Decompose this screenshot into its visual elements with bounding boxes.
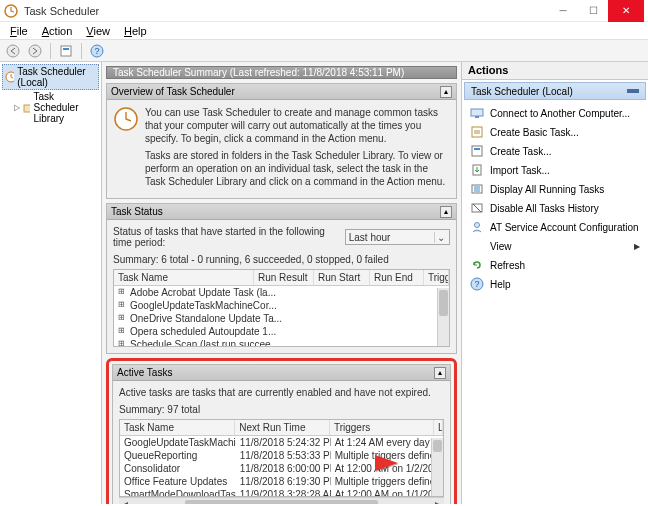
import-icon <box>470 163 484 177</box>
table-row[interactable]: QueueReporting11/8/2018 5:53:33 PMMultip… <box>120 449 443 462</box>
vertical-scrollbar[interactable] <box>431 438 443 496</box>
th-result[interactable]: Run Result <box>254 270 314 285</box>
overview-title: Overview of Task Scheduler <box>111 86 235 97</box>
table-row[interactable]: SmartModeDownloadTask11/9/2018 3:28:28 A… <box>120 488 443 496</box>
action-display-running[interactable]: Display All Running Tasks <box>466 180 644 198</box>
status-summary: Summary: 6 total - 0 running, 6 succeede… <box>113 254 450 265</box>
action-create-task[interactable]: Create Task... <box>466 142 644 160</box>
menu-file[interactable]: File <box>4 23 34 39</box>
expand-icon[interactable]: ▷ <box>14 103 20 112</box>
table-row[interactable]: ⊞GoogleUpdateTaskMachineCor... <box>114 299 449 312</box>
table-row[interactable]: ⊞Adobe Acrobat Update Task (la... <box>114 286 449 299</box>
actions-subheader[interactable]: Task Scheduler (Local) <box>464 82 646 100</box>
action-disable-history[interactable]: Disable All Tasks History <box>466 199 644 217</box>
chevron-right-icon: ▶ <box>634 242 640 251</box>
svg-rect-11 <box>475 116 479 118</box>
maximize-button[interactable]: ☐ <box>578 0 608 22</box>
th-name[interactable]: Task Name <box>114 270 254 285</box>
svg-rect-13 <box>472 146 482 156</box>
list-icon <box>470 182 484 196</box>
svg-rect-8 <box>24 105 30 112</box>
menu-help[interactable]: Help <box>118 23 153 39</box>
action-view[interactable]: View▶ <box>466 237 644 255</box>
th-name[interactable]: Task Name <box>120 420 235 435</box>
toolbar: ? <box>0 40 648 62</box>
center-pane: Task Scheduler Summary (Last refreshed: … <box>102 62 462 504</box>
summary-header: Task Scheduler Summary (Last refreshed: … <box>106 66 457 79</box>
svg-rect-14 <box>474 148 480 150</box>
table-row[interactable]: Consolidator11/8/2018 6:00:00 PMAt 12:00… <box>120 462 443 475</box>
menu-action[interactable]: Action <box>36 23 79 39</box>
actions-header: Actions <box>462 62 648 80</box>
collapse-icon[interactable]: ▴ <box>440 86 452 98</box>
status-period-label: Status of tasks that have started in the… <box>113 226 345 248</box>
tree-root-label: Task Scheduler (Local) <box>17 66 96 88</box>
app-icon <box>4 4 18 18</box>
overview-p2: Tasks are stored in folders in the Task … <box>145 149 450 188</box>
clock-icon <box>113 106 139 132</box>
window-title: Task Scheduler <box>24 5 548 17</box>
svg-rect-3 <box>61 46 71 56</box>
nav-back-button[interactable] <box>4 42 22 60</box>
computer-icon <box>470 106 484 120</box>
horizontal-scrollbar[interactable]: ◂▸ <box>119 497 444 504</box>
active-header[interactable]: Active Tasks ▴ <box>113 365 450 381</box>
th-trigger[interactable]: Triggered By <box>424 270 449 285</box>
active-table: Task Name Next Run Time Triggers Locatio… <box>119 419 444 497</box>
tree-pane: Task Scheduler (Local) ▷ Task Scheduler … <box>0 62 102 504</box>
active-summary: Summary: 97 total <box>119 404 444 415</box>
menubar: File Action View Help <box>0 22 648 40</box>
toolbar-help-icon[interactable]: ? <box>88 42 106 60</box>
view-icon <box>470 239 484 253</box>
period-value: Last hour <box>349 232 391 243</box>
menu-view[interactable]: View <box>80 23 116 39</box>
overview-p1: You can use Task Scheduler to create and… <box>145 106 450 145</box>
th-start[interactable]: Run Start <box>314 270 370 285</box>
table-row[interactable]: GoogleUpdateTaskMachineUA11/8/2018 5:24:… <box>120 436 443 449</box>
svg-text:?: ? <box>94 46 99 56</box>
account-icon <box>470 220 484 234</box>
active-desc: Active tasks are tasks that are currentl… <box>119 387 444 398</box>
collapse-icon[interactable]: ▴ <box>440 206 452 218</box>
table-row[interactable]: ⊞Schedule Scan (last run succee... <box>114 338 449 346</box>
action-refresh[interactable]: Refresh <box>466 256 644 274</box>
th-triggers[interactable]: Triggers <box>330 420 434 435</box>
collapse-icon[interactable] <box>627 89 639 93</box>
th-next[interactable]: Next Run Time <box>235 420 330 435</box>
help-icon: ? <box>470 277 484 291</box>
th-loc[interactable]: Location <box>434 420 443 435</box>
status-section: Task Status ▴ Status of tasks that have … <box>106 203 457 354</box>
table-row[interactable]: ⊞Opera scheduled Autoupdate 1... <box>114 325 449 338</box>
refresh-icon <box>470 258 484 272</box>
table-row[interactable]: ⊞OneDrive Standalone Update Ta... <box>114 312 449 325</box>
actions-sub-label: Task Scheduler (Local) <box>471 86 573 97</box>
toolbar-scope-icon[interactable] <box>57 42 75 60</box>
svg-rect-12 <box>472 127 482 137</box>
overview-section: Overview of Task Scheduler ▴ You can use… <box>106 83 457 199</box>
nav-forward-button[interactable] <box>26 42 44 60</box>
action-create-basic[interactable]: Create Basic Task... <box>466 123 644 141</box>
status-table: Task Name Run Result Run Start Run End T… <box>113 269 450 347</box>
action-connect[interactable]: Connect to Another Computer... <box>466 104 644 122</box>
tree-child-label: Task Scheduler Library <box>33 91 97 124</box>
th-end[interactable]: Run End <box>370 270 424 285</box>
close-button[interactable]: ✕ <box>608 0 644 22</box>
overview-header[interactable]: Overview of Task Scheduler ▴ <box>107 84 456 100</box>
svg-rect-4 <box>63 48 69 50</box>
tree-root[interactable]: Task Scheduler (Local) <box>2 64 99 90</box>
collapse-icon[interactable]: ▴ <box>434 367 446 379</box>
period-select[interactable]: Last hour ⌄ <box>345 229 450 245</box>
task-icon <box>470 144 484 158</box>
action-at-service[interactable]: AT Service Account Configuration <box>466 218 644 236</box>
svg-rect-10 <box>471 109 483 116</box>
tree-child[interactable]: ▷ Task Scheduler Library <box>2 90 99 125</box>
svg-point-7 <box>6 72 14 82</box>
minimize-button[interactable]: ─ <box>548 0 578 22</box>
status-header[interactable]: Task Status ▴ <box>107 204 456 220</box>
action-import[interactable]: Import Task... <box>466 161 644 179</box>
svg-text:?: ? <box>474 279 479 289</box>
vertical-scrollbar[interactable] <box>437 288 449 346</box>
active-section: Active Tasks ▴ Active tasks are tasks th… <box>112 364 451 504</box>
action-help[interactable]: ?Help <box>466 275 644 293</box>
table-row[interactable]: Office Feature Updates11/8/2018 6:19:30 … <box>120 475 443 488</box>
